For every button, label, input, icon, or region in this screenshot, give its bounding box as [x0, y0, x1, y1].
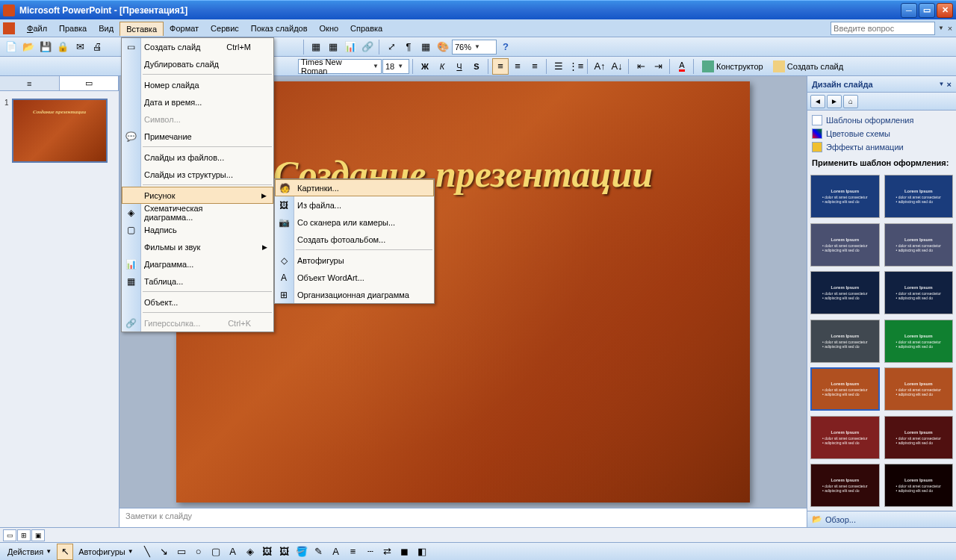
help-button[interactable]: ? [497, 39, 514, 55]
table-insert-button[interactable]: ▦ [325, 39, 341, 55]
chart-button[interactable]: 📊 [342, 39, 358, 55]
bold-button[interactable]: Ж [417, 58, 433, 75]
shadow-style-button[interactable]: ◼ [397, 544, 413, 560]
rect-button[interactable]: ▭ [173, 544, 190, 560]
align-left-button[interactable]: ≡ [492, 58, 509, 75]
save-button[interactable]: 💾 [37, 39, 54, 55]
mi-slide-number[interactable]: Номер слайда [122, 76, 273, 93]
smi-wordart[interactable]: AОбъект WordArt... [275, 269, 434, 286]
notes-area[interactable]: Заметки к слайду [120, 508, 807, 527]
smi-autoshapes[interactable]: ◇Автофигуры [275, 252, 434, 269]
mi-movies-sound[interactable]: Фильмы и звук▶ [122, 238, 273, 255]
line-color-button[interactable]: ✎ [311, 544, 327, 560]
diagram-button[interactable]: ◈ [242, 544, 258, 560]
designer-button[interactable]: Конструктор [698, 58, 768, 75]
shadow-button[interactable]: S [468, 58, 485, 75]
mi-dup-slide[interactable]: Дублировать слайд [122, 55, 273, 72]
grid-button[interactable]: ▦ [418, 39, 434, 55]
italic-button[interactable]: К [434, 58, 450, 75]
menu-window[interactable]: Окно [314, 22, 345, 35]
mi-date-time[interactable]: Дата и время... [122, 93, 273, 111]
3d-style-button[interactable]: ◧ [414, 544, 430, 560]
increase-font-button[interactable]: A↑ [592, 58, 608, 75]
template-thumbnail[interactable]: Lorem Ipsum• dolor sit amet consectetur•… [810, 271, 880, 314]
template-thumbnail[interactable]: Lorem Ipsum• dolor sit amet consectetur•… [884, 464, 954, 507]
clipart-button[interactable]: 🖼 [259, 544, 276, 560]
underline-button[interactable]: Ч [451, 58, 468, 75]
template-thumbnail[interactable]: Lorem Ipsum• dolor sit amet consectetur•… [810, 464, 880, 507]
mi-diagram[interactable]: ◈Схематическая диаграмма... [122, 204, 273, 221]
template-thumbnail[interactable]: Lorem Ipsum• dolor sit amet consectetur•… [884, 416, 954, 459]
select-button[interactable]: ↖ [57, 544, 73, 560]
doc-close-button[interactable]: × [944, 24, 956, 33]
numbering-button[interactable]: ☰ [550, 58, 567, 75]
open-button[interactable]: 📂 [20, 39, 37, 55]
mi-picture[interactable]: Рисунок▶ [122, 187, 273, 204]
show-formatting-button[interactable]: ¶ [400, 39, 417, 55]
outline-tab[interactable]: ≡ [0, 76, 60, 90]
permission-button[interactable]: 🔒 [55, 39, 71, 55]
increase-indent-button[interactable]: ⇥ [650, 58, 666, 75]
font-combo[interactable]: Times New Roman▼ [298, 59, 382, 74]
wordart-button[interactable]: A [225, 544, 241, 560]
tables-button[interactable]: ▦ [308, 39, 324, 55]
mi-table[interactable]: ▦Таблица... [122, 273, 273, 290]
font-color-draw-button[interactable]: A [328, 544, 344, 560]
template-thumbnail[interactable]: Lorem Ipsum• dolor sit amet consectetur•… [810, 416, 880, 459]
hyperlink-button[interactable]: 🔗 [359, 39, 376, 55]
menu-file[interactable]: Файл [21, 22, 53, 35]
maximize-button[interactable]: ▭ [919, 3, 935, 18]
mi-slides-from-outline[interactable]: Слайды из структуры... [122, 166, 273, 183]
smi-photo-album[interactable]: Создать фотоальбом... [275, 231, 434, 248]
link-anim-effects[interactable]: Эффекты анимации [812, 142, 952, 152]
template-thumbnail[interactable]: Lorem Ipsum• dolor sit amet consectetur•… [810, 367, 880, 411]
line-style-button[interactable]: ≡ [345, 544, 361, 560]
new-button[interactable]: 📄 [3, 39, 19, 55]
task-pane-close-icon[interactable]: × [947, 80, 952, 89]
template-thumbnail[interactable]: Lorem Ipsum• dolor sit amet consectetur•… [884, 271, 954, 314]
link-templates[interactable]: Шаблоны оформления [812, 115, 952, 125]
mi-object[interactable]: Объект... [122, 293, 273, 311]
sorter-view-button[interactable]: ⊞ [17, 529, 31, 541]
oval-button[interactable]: ○ [190, 544, 207, 560]
smi-org-chart[interactable]: ⊞Организационная диаграмма [275, 286, 434, 303]
nav-back-button[interactable]: ◄ [810, 95, 825, 108]
nav-fwd-button[interactable]: ► [827, 95, 842, 108]
mi-slides-from-files[interactable]: Слайды из файлов... [122, 149, 273, 166]
arrow-button[interactable]: ↘ [156, 544, 173, 560]
link-color-schemes[interactable]: Цветовые схемы [812, 128, 952, 139]
decrease-font-button[interactable]: A↓ [609, 58, 625, 75]
textbox-button[interactable]: ▢ [208, 544, 224, 560]
color-button[interactable]: 🎨 [435, 39, 451, 55]
menu-view[interactable]: Вид [93, 22, 120, 35]
close-button[interactable]: ✕ [937, 3, 953, 18]
font-size-combo[interactable]: 18▼ [382, 59, 409, 74]
email-button[interactable]: ✉ [72, 39, 88, 55]
template-thumbnail[interactable]: Lorem Ipsum• dolor sit amet consectetur•… [810, 320, 880, 363]
template-thumbnail[interactable]: Lorem Ipsum• dolor sit amet consectetur•… [810, 175, 880, 218]
minimize-button[interactable]: ─ [901, 3, 917, 18]
decrease-indent-button[interactable]: ⇤ [633, 58, 649, 75]
menu-help[interactable]: Справка [344, 22, 388, 35]
menu-edit[interactable]: Правка [53, 22, 93, 35]
smi-from-scanner[interactable]: 📷Со сканера или камеры... [275, 214, 434, 231]
fill-color-button[interactable]: 🪣 [294, 544, 310, 560]
menu-tools[interactable]: Сервис [205, 22, 245, 35]
align-center-button[interactable]: ≡ [509, 58, 526, 75]
align-right-button[interactable]: ≡ [527, 58, 543, 75]
mi-note[interactable]: 💬Примечание [122, 128, 273, 145]
slideshow-view-button[interactable]: ▣ [31, 529, 45, 541]
template-thumbnail[interactable]: Lorem Ipsum• dolor sit amet consectetur•… [884, 320, 954, 363]
menu-insert[interactable]: Вставка [120, 22, 164, 36]
font-color-button[interactable]: A [674, 58, 690, 75]
browse-link[interactable]: Обзор... [825, 515, 856, 524]
smi-clipart[interactable]: 🧑Картинки... [275, 179, 434, 196]
slides-tab[interactable]: ▭ [60, 76, 120, 90]
normal-view-button[interactable]: ▭ [3, 529, 16, 541]
new-slide-button[interactable]: Создать слайд [769, 58, 848, 75]
mi-textbox[interactable]: ▢Надпись [122, 221, 273, 238]
mi-chart[interactable]: 📊Диаграмма... [122, 255, 273, 273]
autoshapes-menu[interactable]: Автофигуры ▼ [74, 544, 138, 560]
picture-button[interactable]: 🖼 [276, 544, 293, 560]
zoom-combo[interactable]: 76%▼ [452, 40, 497, 55]
